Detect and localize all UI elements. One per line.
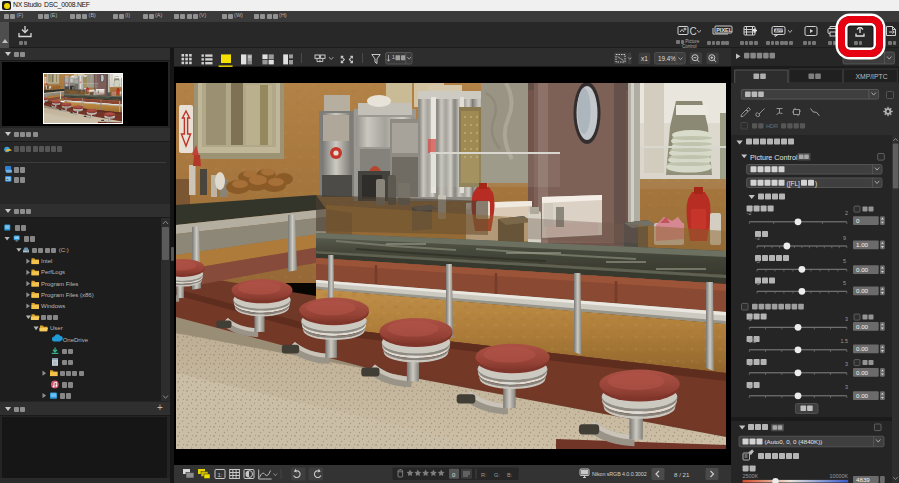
svg-text:(Auto0, 0, 0 (4840K)): (Auto0, 0, 0 (4840K)) <box>765 438 823 445</box>
svg-text:-3: -3 <box>747 384 752 390</box>
svg-text:0.00: 0.00 <box>856 266 869 273</box>
svg-text:3: 3 <box>845 384 848 390</box>
svg-text:10000K: 10000K <box>829 473 848 479</box>
svg-text:C: C <box>690 26 697 37</box>
svg-text:8 / 21: 8 / 21 <box>674 471 690 478</box>
svg-text:-5: -5 <box>755 258 760 264</box>
svg-text:-3: -3 <box>755 235 760 241</box>
svg-text:0.00: 0.00 <box>856 323 869 330</box>
svg-text:3: 3 <box>845 316 848 322</box>
svg-text:G:: G: <box>494 472 500 478</box>
svg-text:R:: R: <box>481 472 487 478</box>
svg-text:2500K: 2500K <box>743 473 759 479</box>
svg-text:-1.5: -1.5 <box>747 338 756 344</box>
svg-text:Nikon sRGB 4.0.0.3002: Nikon sRGB 4.0.0.3002 <box>592 471 647 477</box>
svg-text:5: 5 <box>843 280 846 286</box>
svg-text:3: 3 <box>845 361 848 367</box>
svg-text:0.00: 0.00 <box>856 369 869 376</box>
svg-text:1.00: 1.00 <box>856 241 869 248</box>
svg-text:1:: 1: <box>218 472 223 478</box>
svg-text:x1: x1 <box>641 55 648 62</box>
svg-text:1.5: 1.5 <box>841 338 849 344</box>
svg-text:1: 1 <box>392 54 395 60</box>
svg-text:0.00: 0.00 <box>856 287 869 294</box>
svg-text:-5: -5 <box>755 280 760 286</box>
svg-text:5: 5 <box>843 258 846 264</box>
svg-text:APP: APP <box>775 28 783 33</box>
svg-text:PIXEL: PIXEL <box>716 27 733 33</box>
svg-text:9: 9 <box>843 235 846 241</box>
svg-text:4839: 4839 <box>856 476 870 483</box>
svg-text:-3: -3 <box>747 361 752 367</box>
svg-text:19.4%: 19.4% <box>658 55 676 62</box>
svg-text:B:: B: <box>507 472 513 478</box>
svg-text:-2: -2 <box>747 210 752 216</box>
svg-text:-3: -3 <box>747 316 752 322</box>
svg-text:0.00: 0.00 <box>856 392 869 399</box>
svg-text:2: 2 <box>845 210 848 216</box>
svg-text:0: 0 <box>856 217 860 224</box>
svg-text:0.00: 0.00 <box>856 345 869 352</box>
